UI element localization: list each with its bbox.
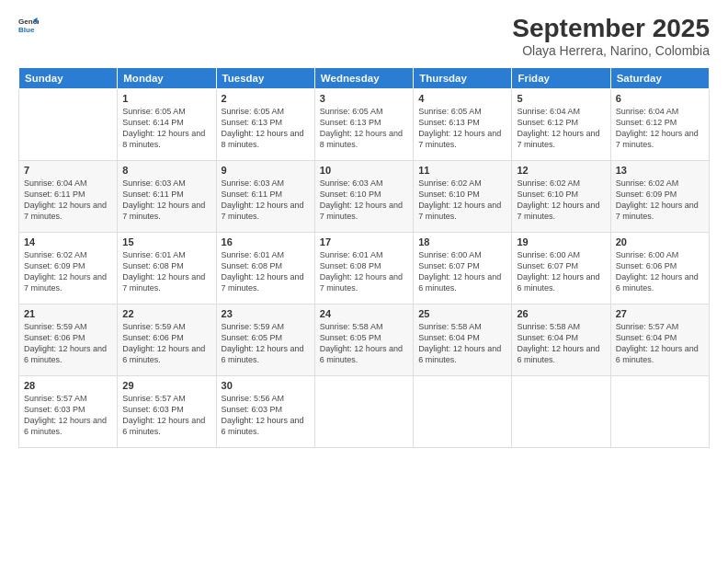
- cell-info: Sunrise: 5:59 AMSunset: 6:05 PMDaylight:…: [222, 321, 310, 366]
- day-number: 23: [222, 308, 310, 319]
- day-number: 9: [222, 165, 310, 176]
- calendar-cell: 16Sunrise: 6:01 AMSunset: 6:08 PMDayligh…: [216, 232, 314, 304]
- cell-info: Sunrise: 6:05 AMSunset: 6:13 PMDaylight:…: [418, 106, 506, 151]
- col-saturday: Saturday: [610, 67, 709, 88]
- cell-info: Sunrise: 5:59 AMSunset: 6:06 PMDaylight:…: [24, 321, 112, 366]
- day-number: 7: [24, 165, 112, 176]
- cell-info: Sunrise: 6:05 AMSunset: 6:13 PMDaylight:…: [222, 106, 310, 151]
- cell-info: Sunrise: 6:02 AMSunset: 6:09 PMDaylight:…: [616, 178, 704, 223]
- cell-info: Sunrise: 6:00 AMSunset: 6:07 PMDaylight:…: [517, 249, 605, 294]
- cell-info: Sunrise: 5:57 AMSunset: 6:04 PMDaylight:…: [616, 321, 704, 366]
- day-number: 21: [24, 308, 112, 319]
- day-number: 12: [517, 165, 605, 176]
- cell-info: Sunrise: 5:58 AMSunset: 6:04 PMDaylight:…: [517, 321, 605, 366]
- day-number: 18: [418, 236, 506, 247]
- calendar-cell: 28Sunrise: 5:57 AMSunset: 6:03 PMDayligh…: [19, 375, 118, 447]
- svg-text:Blue: Blue: [18, 26, 35, 34]
- cell-info: Sunrise: 6:00 AMSunset: 6:06 PMDaylight:…: [616, 249, 704, 294]
- col-friday: Friday: [512, 67, 610, 88]
- day-number: 6: [616, 93, 704, 104]
- calendar-cell: 2Sunrise: 6:05 AMSunset: 6:13 PMDaylight…: [216, 88, 314, 160]
- calendar-cell: 5Sunrise: 6:04 AMSunset: 6:12 PMDaylight…: [512, 88, 610, 160]
- day-number: 25: [418, 308, 506, 319]
- col-thursday: Thursday: [414, 67, 512, 88]
- calendar-week-row: 21Sunrise: 5:59 AMSunset: 6:06 PMDayligh…: [19, 304, 710, 375]
- day-number: 17: [320, 236, 408, 247]
- day-number: 19: [517, 236, 605, 247]
- header-row: Sunday Monday Tuesday Wednesday Thursday…: [19, 67, 710, 88]
- day-number: 15: [122, 236, 210, 247]
- col-wednesday: Wednesday: [314, 67, 413, 88]
- calendar-cell: 11Sunrise: 6:02 AMSunset: 6:10 PMDayligh…: [414, 160, 512, 232]
- day-number: 28: [24, 380, 112, 391]
- cell-info: Sunrise: 5:57 AMSunset: 6:03 PMDaylight:…: [24, 393, 112, 438]
- calendar-cell: [610, 375, 709, 447]
- cell-info: Sunrise: 5:56 AMSunset: 6:03 PMDaylight:…: [222, 393, 310, 438]
- day-number: 10: [320, 165, 408, 176]
- cell-info: Sunrise: 6:03 AMSunset: 6:11 PMDaylight:…: [222, 178, 310, 223]
- title-area: September 2025 Olaya Herrera, Narino, Co…: [512, 15, 710, 58]
- cell-info: Sunrise: 5:58 AMSunset: 6:05 PMDaylight:…: [320, 321, 408, 366]
- day-number: 22: [122, 308, 210, 319]
- calendar-cell: 7Sunrise: 6:04 AMSunset: 6:11 PMDaylight…: [19, 160, 118, 232]
- page: General Blue General Blue September 2025…: [0, 0, 728, 563]
- calendar-cell: [19, 88, 118, 160]
- cell-info: Sunrise: 6:04 AMSunset: 6:11 PMDaylight:…: [24, 178, 112, 223]
- logo-icon: General Blue: [18, 15, 39, 35]
- cell-info: Sunrise: 5:58 AMSunset: 6:04 PMDaylight:…: [418, 321, 506, 366]
- calendar-cell: 25Sunrise: 5:58 AMSunset: 6:04 PMDayligh…: [414, 304, 512, 375]
- calendar-cell: 1Sunrise: 6:05 AMSunset: 6:14 PMDaylight…: [118, 88, 216, 160]
- day-number: 13: [616, 165, 704, 176]
- calendar-cell: 15Sunrise: 6:01 AMSunset: 6:08 PMDayligh…: [118, 232, 216, 304]
- calendar-cell: 4Sunrise: 6:05 AMSunset: 6:13 PMDaylight…: [414, 88, 512, 160]
- cell-info: Sunrise: 6:03 AMSunset: 6:10 PMDaylight:…: [320, 178, 408, 223]
- calendar-cell: 18Sunrise: 6:00 AMSunset: 6:07 PMDayligh…: [414, 232, 512, 304]
- day-number: 1: [122, 93, 210, 104]
- calendar-cell: 10Sunrise: 6:03 AMSunset: 6:10 PMDayligh…: [314, 160, 413, 232]
- day-number: 24: [320, 308, 408, 319]
- cell-info: Sunrise: 6:04 AMSunset: 6:12 PMDaylight:…: [517, 106, 605, 151]
- cell-info: Sunrise: 6:01 AMSunset: 6:08 PMDaylight:…: [320, 249, 408, 294]
- calendar-cell: 17Sunrise: 6:01 AMSunset: 6:08 PMDayligh…: [314, 232, 413, 304]
- calendar-cell: 13Sunrise: 6:02 AMSunset: 6:09 PMDayligh…: [610, 160, 709, 232]
- col-monday: Monday: [118, 67, 216, 88]
- day-number: 2: [222, 93, 310, 104]
- calendar-cell: 12Sunrise: 6:02 AMSunset: 6:10 PMDayligh…: [512, 160, 610, 232]
- cell-info: Sunrise: 6:00 AMSunset: 6:07 PMDaylight:…: [418, 249, 506, 294]
- calendar-cell: 6Sunrise: 6:04 AMSunset: 6:12 PMDaylight…: [610, 88, 709, 160]
- day-number: 5: [517, 93, 605, 104]
- day-number: 27: [616, 308, 704, 319]
- cell-info: Sunrise: 6:04 AMSunset: 6:12 PMDaylight:…: [616, 106, 704, 151]
- day-number: 30: [222, 380, 310, 391]
- day-number: 3: [320, 93, 408, 104]
- day-number: 20: [616, 236, 704, 247]
- calendar-cell: 23Sunrise: 5:59 AMSunset: 6:05 PMDayligh…: [216, 304, 314, 375]
- calendar-week-row: 28Sunrise: 5:57 AMSunset: 6:03 PMDayligh…: [19, 375, 710, 447]
- day-number: 8: [122, 165, 210, 176]
- calendar-table: Sunday Monday Tuesday Wednesday Thursday…: [18, 67, 710, 448]
- day-number: 11: [418, 165, 506, 176]
- cell-info: Sunrise: 6:03 AMSunset: 6:11 PMDaylight:…: [122, 178, 210, 223]
- cell-info: Sunrise: 6:01 AMSunset: 6:08 PMDaylight:…: [122, 249, 210, 294]
- day-number: 14: [24, 236, 112, 247]
- day-number: 16: [222, 236, 310, 247]
- calendar-cell: 30Sunrise: 5:56 AMSunset: 6:03 PMDayligh…: [216, 375, 314, 447]
- calendar-week-row: 1Sunrise: 6:05 AMSunset: 6:14 PMDaylight…: [19, 88, 710, 160]
- calendar-cell: [512, 375, 610, 447]
- cell-info: Sunrise: 6:02 AMSunset: 6:09 PMDaylight:…: [24, 249, 112, 294]
- calendar-cell: 27Sunrise: 5:57 AMSunset: 6:04 PMDayligh…: [610, 304, 709, 375]
- calendar-cell: [314, 375, 413, 447]
- header: General Blue General Blue September 2025…: [18, 15, 710, 58]
- calendar-week-row: 7Sunrise: 6:04 AMSunset: 6:11 PMDaylight…: [19, 160, 710, 232]
- calendar-cell: 19Sunrise: 6:00 AMSunset: 6:07 PMDayligh…: [512, 232, 610, 304]
- calendar-cell: 26Sunrise: 5:58 AMSunset: 6:04 PMDayligh…: [512, 304, 610, 375]
- calendar-cell: 9Sunrise: 6:03 AMSunset: 6:11 PMDaylight…: [216, 160, 314, 232]
- day-number: 29: [122, 380, 210, 391]
- cell-info: Sunrise: 6:01 AMSunset: 6:08 PMDaylight:…: [222, 249, 310, 294]
- day-number: 26: [517, 308, 605, 319]
- calendar-cell: 29Sunrise: 5:57 AMSunset: 6:03 PMDayligh…: [118, 375, 216, 447]
- calendar-cell: 24Sunrise: 5:58 AMSunset: 6:05 PMDayligh…: [314, 304, 413, 375]
- calendar-cell: 22Sunrise: 5:59 AMSunset: 6:06 PMDayligh…: [118, 304, 216, 375]
- calendar-cell: 8Sunrise: 6:03 AMSunset: 6:11 PMDaylight…: [118, 160, 216, 232]
- col-tuesday: Tuesday: [216, 67, 314, 88]
